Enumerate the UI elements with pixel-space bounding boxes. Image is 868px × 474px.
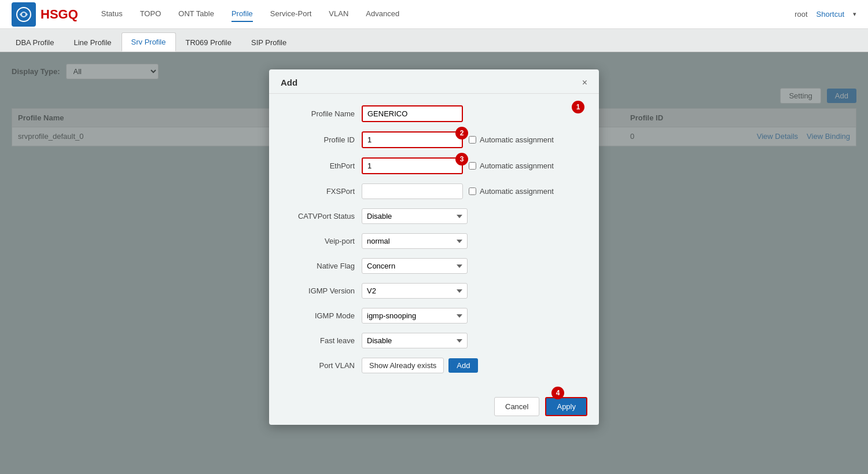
igmp-version-select[interactable]: V2 V3 — [362, 283, 468, 299]
svg-point-1 — [22, 13, 25, 16]
fxsport-auto-label: Automatic assignment — [480, 187, 554, 196]
tab-dba-profile[interactable]: DBA Profile — [6, 33, 64, 52]
apply-button[interactable]: Apply — [545, 397, 587, 416]
step4-badge: 4 — [551, 387, 564, 399]
veip-port-select[interactable]: normal enhanced — [362, 233, 468, 249]
port-vlan-row: Port VLAN Show Already exists Add — [286, 358, 582, 373]
ethport-auto-label: Automatic assignment — [480, 161, 554, 170]
profile-id-auto-checkbox[interactable] — [469, 136, 476, 144]
dropdown-arrow-icon: ▾ — [853, 10, 856, 18]
nav-service-port[interactable]: Service-Port — [270, 6, 312, 22]
tab-sip-profile[interactable]: SIP Profile — [241, 33, 296, 52]
catvport-row: CATVPort Status Disable Enable — [286, 208, 582, 224]
navbar-user: root — [795, 10, 807, 19]
modal-footer: Cancel Apply 4 — [269, 391, 599, 425]
nav-vlan[interactable]: VLAN — [329, 6, 348, 22]
fast-leave-select[interactable]: Disable Enable — [362, 333, 468, 348]
nav-topo[interactable]: TOPO — [140, 6, 161, 22]
step3-badge: 3 — [455, 153, 468, 166]
fxsport-input[interactable] — [362, 183, 463, 199]
ethport-input[interactable] — [362, 157, 463, 174]
veip-port-label: Veip-port — [286, 237, 362, 245]
navbar-shortcut[interactable]: Shortcut — [816, 10, 844, 19]
igmp-version-label: IGMP Version — [286, 286, 362, 295]
nav-profile[interactable]: Profile — [231, 6, 253, 22]
show-already-exists-button[interactable]: Show Already exists — [362, 358, 444, 373]
fxsport-auto-checkbox[interactable] — [469, 188, 476, 195]
fxsport-label: FXSPort — [286, 187, 362, 196]
modal-header: Add × — [269, 69, 599, 94]
logo-icon — [12, 2, 36, 27]
navbar-links: Status TOPO ONT Table Profile Service-Po… — [101, 6, 795, 22]
profile-id-auto-label: Automatic assignment — [480, 135, 554, 144]
native-flag-select[interactable]: Concern Not concern — [362, 258, 468, 274]
fxsport-row: FXSPort Automatic assignment — [286, 183, 582, 199]
igmp-mode-select[interactable]: igmp-snooping igmp-proxy — [362, 308, 468, 324]
fast-leave-row: Fast leave Disable Enable — [286, 333, 582, 348]
subtabs: DBA Profile Line Profile Srv Profile TR0… — [0, 29, 868, 52]
navbar: HSGQ Status TOPO ONT Table Profile Servi… — [0, 0, 868, 29]
step2-badge: 2 — [455, 127, 468, 139]
native-flag-row: Native Flag Concern Not concern — [286, 258, 582, 274]
catvport-label: CATVPort Status — [286, 212, 362, 221]
add-vlan-button[interactable]: Add — [448, 358, 478, 373]
profile-name-label: Profile Name — [286, 109, 362, 118]
main-content: Display Type: All Setting Add Profile Na… — [0, 52, 868, 474]
igmp-mode-row: IGMP Mode igmp-snooping igmp-proxy — [286, 308, 582, 324]
profile-id-label: Profile ID — [286, 135, 362, 144]
ethport-label: EthPort — [286, 161, 362, 170]
profile-id-input[interactable] — [362, 131, 463, 148]
logo: HSGQ — [12, 2, 78, 27]
native-flag-label: Native Flag — [286, 262, 362, 270]
tab-tr069-profile[interactable]: TR069 Profile — [176, 33, 241, 52]
nav-ont-table[interactable]: ONT Table — [178, 6, 214, 22]
ethport-auto-checkbox[interactable] — [469, 162, 476, 170]
nav-status[interactable]: Status — [101, 6, 123, 22]
step1-badge: 1 — [572, 101, 584, 113]
veip-port-row: Veip-port normal enhanced — [286, 233, 582, 249]
tab-line-profile[interactable]: Line Profile — [64, 33, 121, 52]
ethport-auto-group: Automatic assignment — [469, 161, 554, 170]
profile-id-auto-group: Automatic assignment — [469, 135, 554, 144]
igmp-mode-label: IGMP Mode — [286, 311, 362, 320]
modal-overlay: Add × Profile Name 1 Profile ID Aut — [0, 52, 868, 474]
port-vlan-label: Port VLAN — [286, 361, 362, 370]
fxsport-auto-group: Automatic assignment — [469, 187, 554, 196]
nav-advanced[interactable]: Advanced — [366, 6, 399, 22]
logo-text: HSGQ — [41, 7, 78, 22]
ethport-row: EthPort Automatic assignment 3 — [286, 157, 582, 174]
igmp-version-row: IGMP Version V2 V3 — [286, 283, 582, 299]
tab-srv-profile[interactable]: Srv Profile — [122, 32, 176, 52]
profile-name-input[interactable] — [362, 105, 463, 122]
catvport-select[interactable]: Disable Enable — [362, 208, 468, 224]
modal-close-button[interactable]: × — [582, 78, 587, 87]
fast-leave-label: Fast leave — [286, 336, 362, 345]
modal-body: Profile Name 1 Profile ID Automatic assi… — [269, 94, 599, 391]
modal-title: Add — [281, 78, 297, 87]
add-modal: Add × Profile Name 1 Profile ID Aut — [269, 69, 599, 425]
profile-name-row: Profile Name 1 — [286, 105, 582, 122]
cancel-button[interactable]: Cancel — [494, 397, 539, 416]
port-vlan-controls: Show Already exists Add — [362, 358, 478, 373]
navbar-right: root Shortcut ▾ — [795, 10, 856, 19]
profile-id-row: Profile ID Automatic assignment 2 — [286, 131, 582, 148]
